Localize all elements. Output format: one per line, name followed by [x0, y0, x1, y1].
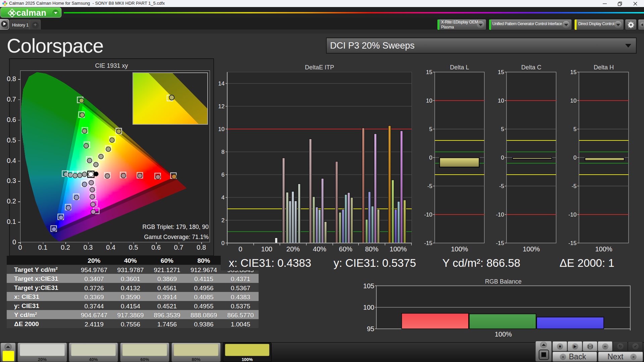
svg-text:5: 5 [501, 126, 504, 132]
svg-text:8: 8 [221, 149, 224, 155]
svg-text:100: 100 [261, 245, 272, 253]
svg-text:Delta L: Delta L [450, 64, 469, 71]
svg-text:-10: -10 [568, 212, 577, 218]
svg-text:100%: 100% [523, 245, 540, 253]
svg-text:-15: -15 [424, 240, 432, 246]
svg-text:10: 10 [426, 98, 432, 104]
svg-text:10: 10 [498, 98, 504, 104]
svg-text:12: 12 [218, 103, 225, 110]
svg-text:10: 10 [218, 126, 225, 132]
svg-text:15: 15 [498, 69, 504, 75]
svg-text:100%: 100% [390, 245, 407, 253]
svg-text:5: 5 [574, 126, 577, 132]
svg-text:-15: -15 [496, 240, 504, 246]
svg-text:6: 6 [221, 172, 224, 178]
svg-text:80%: 80% [365, 245, 378, 253]
svg-text:95: 95 [367, 325, 374, 333]
svg-text:RGB Balance: RGB Balance [485, 279, 522, 285]
svg-text:100%: 100% [595, 245, 612, 253]
svg-text:-5: -5 [427, 183, 432, 189]
svg-text:Delta H: Delta H [594, 64, 614, 71]
svg-text:5: 5 [429, 126, 432, 132]
svg-text:Delta C: Delta C [521, 64, 541, 71]
svg-text:15: 15 [570, 69, 577, 75]
svg-text:15: 15 [426, 69, 432, 75]
svg-text:-15: -15 [568, 240, 577, 246]
svg-text:100: 100 [363, 304, 374, 311]
svg-text:-5: -5 [499, 183, 504, 189]
svg-text:4: 4 [221, 194, 224, 201]
svg-text:100%: 100% [451, 245, 468, 253]
svg-text:10: 10 [570, 98, 577, 104]
svg-text:DeltaE ITP: DeltaE ITP [305, 64, 334, 71]
svg-text:0: 0 [574, 155, 577, 161]
svg-text:0: 0 [238, 245, 242, 253]
svg-text:100%: 100% [495, 330, 512, 338]
svg-text:14: 14 [218, 80, 225, 87]
svg-text:40%: 40% [313, 245, 326, 253]
svg-text:-10: -10 [496, 212, 504, 218]
svg-text:0: 0 [221, 240, 224, 246]
svg-text:105: 105 [363, 282, 374, 290]
svg-text:20%: 20% [286, 245, 300, 253]
svg-text:0: 0 [429, 155, 432, 161]
svg-text:0: 0 [501, 155, 504, 161]
svg-text:60%: 60% [339, 245, 353, 253]
svg-text:-10: -10 [424, 212, 432, 218]
svg-text:2: 2 [221, 217, 224, 224]
svg-text:-5: -5 [572, 183, 577, 189]
